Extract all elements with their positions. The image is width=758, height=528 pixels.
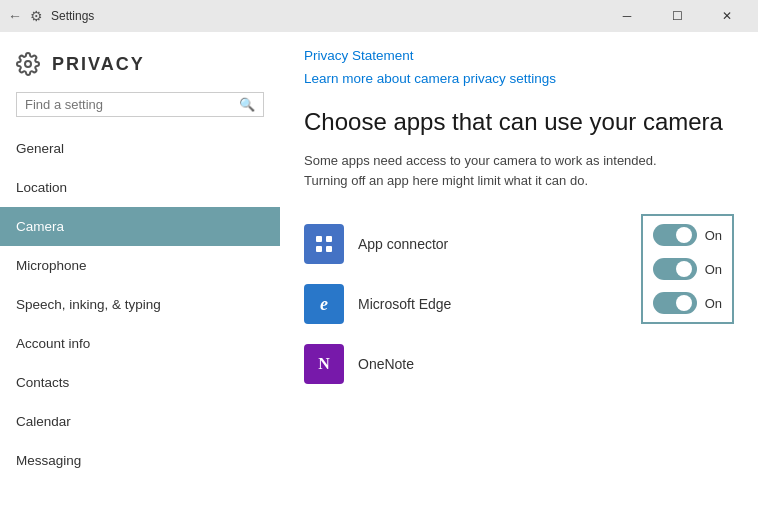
maximize-button[interactable]: ☐ [654, 0, 700, 32]
camera-privacy-link[interactable]: Learn more about camera privacy settings [304, 71, 734, 86]
toggle-connector[interactable] [653, 224, 697, 246]
table-row: App connector [304, 214, 641, 274]
table-row: N OneNote [304, 334, 641, 394]
sidebar-item-account-info[interactable]: Account info [0, 324, 280, 363]
toggle-onenote[interactable] [653, 292, 697, 314]
window-icon: ⚙ [30, 8, 43, 24]
title-bar: ← ⚙ Settings ─ ☐ ✕ [0, 0, 758, 32]
sidebar-item-calendar[interactable]: Calendar [0, 402, 280, 441]
app-connector-name: App connector [358, 236, 641, 252]
apps-list: App connector e Microsoft Edge [304, 214, 641, 394]
toggle-row-connector: On [653, 224, 722, 246]
sidebar-item-messaging[interactable]: Messaging [0, 441, 280, 480]
toggle-highlight-box: On On [641, 214, 734, 324]
sidebar-item-location[interactable]: Location [0, 168, 280, 207]
content-area: Privacy Statement Learn more about camer… [280, 32, 758, 528]
search-icon: 🔍 [239, 97, 255, 112]
title-bar-controls: ─ ☐ ✕ [604, 0, 750, 32]
svg-rect-1 [316, 236, 322, 242]
toggle-edge-label: On [705, 262, 722, 277]
content-title: Choose apps that can use your camera [304, 106, 734, 137]
app-onenote-icon: N [304, 344, 344, 384]
search-box[interactable]: 🔍 [16, 92, 264, 117]
sidebar-item-general[interactable]: General [0, 129, 280, 168]
toggle-onenote-label: On [705, 296, 722, 311]
svg-rect-3 [316, 246, 322, 252]
sidebar-item-microphone[interactable]: Microphone [0, 246, 280, 285]
title-bar-left: ← ⚙ Settings [8, 8, 94, 24]
table-row: e Microsoft Edge [304, 274, 641, 334]
content-links: Privacy Statement Learn more about camer… [304, 48, 734, 86]
app-edge-icon: e [304, 284, 344, 324]
sidebar-header: PRIVACY [0, 40, 280, 92]
sidebar: PRIVACY 🔍 General Location Camera Microp… [0, 32, 280, 528]
toggle-edge[interactable] [653, 258, 697, 280]
minimize-button[interactable]: ─ [604, 0, 650, 32]
svg-rect-2 [326, 236, 332, 242]
search-input[interactable] [25, 97, 233, 112]
content-description: Some apps need access to your camera to … [304, 151, 734, 190]
sidebar-item-camera[interactable]: Camera [0, 207, 280, 246]
sidebar-nav: General Location Camera Microphone Speec… [0, 129, 280, 480]
gear-icon [16, 52, 40, 76]
main-area: PRIVACY 🔍 General Location Camera Microp… [0, 32, 758, 528]
app-connector-icon [304, 224, 344, 264]
title-bar-title: Settings [51, 9, 94, 23]
sidebar-title: PRIVACY [52, 54, 145, 75]
svg-point-0 [25, 61, 31, 67]
privacy-statement-link[interactable]: Privacy Statement [304, 48, 734, 63]
toggle-row-onenote: On [653, 292, 722, 314]
sidebar-item-contacts[interactable]: Contacts [0, 363, 280, 402]
app-edge-name: Microsoft Edge [358, 296, 641, 312]
apps-and-toggles: App connector e Microsoft Edge [304, 214, 734, 394]
toggle-connector-label: On [705, 228, 722, 243]
close-button[interactable]: ✕ [704, 0, 750, 32]
app-onenote-name: OneNote [358, 356, 641, 372]
svg-rect-4 [326, 246, 332, 252]
back-arrow-icon[interactable]: ← [8, 8, 22, 24]
sidebar-search-container: 🔍 [0, 92, 280, 129]
sidebar-item-speech[interactable]: Speech, inking, & typing [0, 285, 280, 324]
toggle-row-edge: On [653, 258, 722, 280]
